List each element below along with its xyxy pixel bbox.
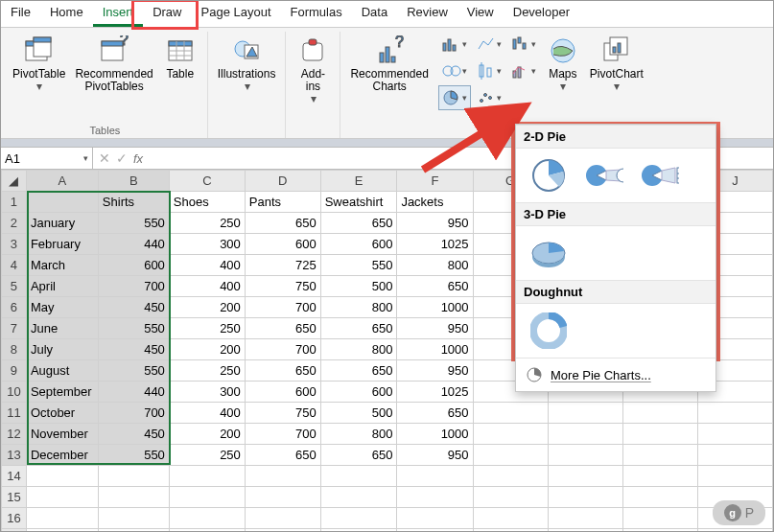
cell[interactable]: 600 [245,234,320,255]
cell[interactable]: 550 [98,360,169,382]
cell[interactable]: 250 [169,318,245,339]
pie-of-pie-option[interactable] [585,158,623,193]
cell[interactable]: 650 [320,445,397,466]
cell[interactable]: Sweatshirt [320,192,397,213]
cell[interactable]: 400 [169,255,245,276]
cell[interactable] [26,466,98,487]
cell[interactable]: 450 [98,297,169,318]
cell[interactable]: 700 [98,403,169,424]
cell[interactable]: 650 [320,318,397,339]
cell[interactable]: 440 [98,234,169,255]
recommended-pivottables-button[interactable]: ? Recommended PivotTables [71,32,156,95]
cell[interactable] [622,508,697,529]
cell[interactable]: November [26,424,98,445]
cell[interactable] [622,403,697,424]
cell[interactable] [320,466,397,487]
cell[interactable]: December [26,445,98,466]
cell[interactable] [548,466,622,487]
cell[interactable]: 600 [98,255,169,276]
row-header[interactable]: 8 [2,339,27,360]
cell[interactable] [98,466,169,487]
recommended-charts-button[interactable]: ? Recommended Charts [346,32,432,95]
cell[interactable]: 700 [245,424,320,445]
check-icon[interactable]: ✓ [116,150,128,166]
row-header[interactable]: 4 [2,255,27,276]
cell[interactable]: 200 [169,339,245,360]
row-header[interactable]: 6 [2,297,27,318]
cell[interactable]: 600 [320,234,397,255]
table-button[interactable]: Table [159,32,201,82]
cell[interactable]: 500 [320,276,397,297]
cell[interactable] [548,424,622,445]
combo-chart-button[interactable]: ▾ [507,58,540,83]
cell[interactable] [473,529,548,533]
cell[interactable]: Shirts [98,192,169,213]
cell[interactable] [473,487,548,508]
pivottable-button[interactable]: PivotTable▾ [9,32,69,95]
cell[interactable]: 550 [320,255,397,276]
cell[interactable]: 250 [169,360,245,382]
cell[interactable]: 750 [245,403,320,424]
cell[interactable] [622,445,697,466]
row-header[interactable]: 12 [2,424,27,445]
row-header[interactable]: 15 [2,487,27,508]
cell[interactable] [473,424,548,445]
cell[interactable]: 650 [245,318,320,339]
cell[interactable]: 700 [245,339,320,360]
cell[interactable]: 1000 [397,297,473,318]
cell[interactable]: 440 [98,382,169,403]
doughnut-option[interactable] [529,313,568,348]
cell[interactable]: 500 [320,403,397,424]
tab-insert[interactable]: Insert [93,1,144,27]
cell[interactable]: 725 [245,255,320,276]
cell[interactable] [397,508,473,529]
col-header[interactable]: E [320,171,397,192]
cell[interactable]: 250 [169,213,245,234]
tab-view[interactable]: View [457,1,504,27]
bar-of-pie-option[interactable] [641,158,679,193]
tab-data[interactable]: Data [352,1,397,27]
tab-developer[interactable]: Developer [504,1,579,27]
cell[interactable]: March [26,255,98,276]
cell[interactable] [473,403,548,424]
cell[interactable]: July [26,339,98,360]
cell[interactable]: June [26,318,98,339]
cell[interactable]: 1000 [397,424,473,445]
cell[interactable]: Shoes [169,192,245,213]
cell[interactable] [548,445,622,466]
cell[interactable]: 800 [397,255,473,276]
tab-formulas[interactable]: Formulas [281,1,352,27]
cell[interactable] [169,508,245,529]
cell[interactable]: October [26,403,98,424]
cell[interactable]: January [26,213,98,234]
cell[interactable] [697,403,772,424]
row-header[interactable]: 16 [2,508,27,529]
cell[interactable] [622,424,697,445]
cell[interactable]: 400 [169,403,245,424]
cell[interactable] [98,529,169,533]
cell[interactable]: 650 [397,403,473,424]
cell[interactable]: 600 [320,382,397,403]
cell[interactable]: 200 [169,297,245,318]
cell[interactable] [397,487,473,508]
cell[interactable] [473,445,548,466]
row-header[interactable]: 10 [2,382,27,403]
cell[interactable]: 650 [320,213,397,234]
cell[interactable] [548,508,622,529]
cell[interactable]: 450 [98,424,169,445]
cell[interactable]: Jackets [397,192,473,213]
cell[interactable]: 600 [245,382,320,403]
cell[interactable] [245,508,320,529]
column-chart-button[interactable]: ▾ [438,32,471,57]
cell[interactable]: 1025 [397,382,473,403]
cell[interactable] [26,529,98,533]
waterfall-chart-button[interactable]: ▾ [507,32,540,57]
tab-pagelayout[interactable]: Page Layout [192,1,281,27]
cell[interactable]: 750 [245,276,320,297]
row-header[interactable]: 17 [2,529,27,533]
cell[interactable]: 650 [245,213,320,234]
cell[interactable]: 550 [98,445,169,466]
cell[interactable] [26,192,98,213]
cell[interactable] [169,487,245,508]
addins-button[interactable]: Add- ins▾ [292,32,334,108]
